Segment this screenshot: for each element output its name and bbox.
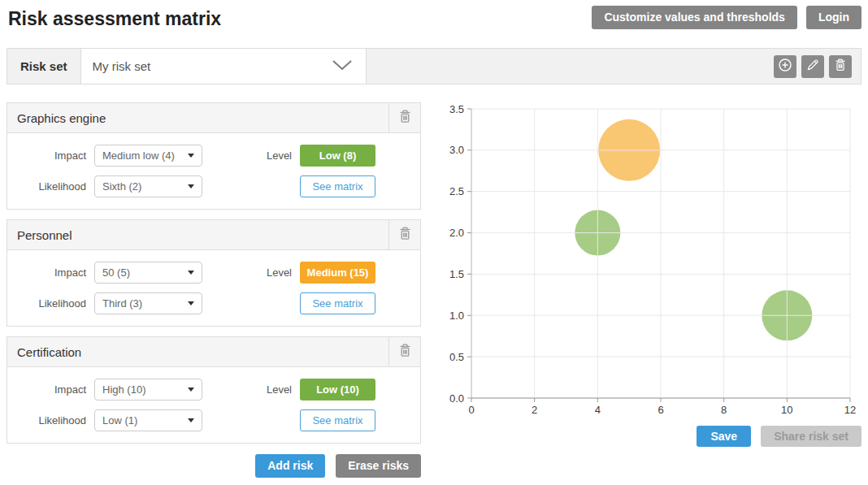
chart-actions: Save Share risk set [439, 426, 861, 447]
risk-list-actions: Add risk Erase risks [7, 454, 421, 478]
impact-select[interactable]: Medium low (4) [94, 145, 202, 167]
card-body: Impact 50 (5) Level Medium (15) Likeliho… [7, 250, 420, 326]
trash-icon [397, 109, 413, 127]
dropdown-caret-icon [188, 271, 194, 275]
share-risk-set-button[interactable]: Share risk set [761, 426, 861, 447]
see-matrix-button[interactable]: See matrix [300, 175, 375, 197]
impact-select[interactable]: 50 (5) [94, 262, 202, 284]
add-risk-button[interactable]: Add risk [255, 454, 325, 478]
svg-text:3.5: 3.5 [449, 103, 464, 115]
svg-text:0: 0 [468, 404, 474, 416]
page-header: Risk assessment matrix Customize values … [0, 0, 868, 30]
header-buttons: Customize values and thresholds Login [592, 6, 861, 29]
card-body: Impact High (10) Level Low (10) Likeliho… [7, 367, 420, 443]
save-button[interactable]: Save [697, 426, 751, 447]
customize-values-button[interactable]: Customize values and thresholds [592, 6, 797, 29]
svg-text:4: 4 [595, 404, 601, 416]
impact-selected-value: High (10) [102, 383, 145, 396]
svg-text:2.5: 2.5 [449, 185, 464, 197]
svg-text:10: 10 [781, 404, 792, 416]
impact-select[interactable]: High (10) [94, 379, 202, 401]
risk-set-bar: Risk set My risk set [7, 48, 861, 84]
dropdown-caret-icon [188, 418, 194, 422]
pencil-icon [805, 58, 820, 75]
level-badge: Medium (15) [300, 262, 375, 284]
svg-text:0.5: 0.5 [449, 351, 464, 363]
edit-risk-set-button[interactable] [801, 55, 824, 78]
risk-set-select[interactable]: My risk set [80, 49, 367, 84]
level-label: Level [267, 383, 292, 396]
card-header: Graphics engine [7, 103, 420, 133]
impact-label: Impact [7, 266, 86, 279]
level-label: Level [267, 266, 292, 279]
delete-risk-button[interactable] [388, 103, 420, 132]
risk-bubble-chart: 0246810120.00.51.01.52.02.53.03.5 [439, 102, 861, 421]
card-header: Certification [7, 337, 420, 367]
risk-name: Certification [7, 337, 388, 366]
chart-column: 0246810120.00.51.01.52.02.53.03.5 Save S… [439, 102, 861, 478]
impact-selected-value: 50 (5) [102, 266, 130, 279]
svg-text:12: 12 [844, 404, 856, 416]
likelihood-selected-value: Sixth (2) [102, 180, 141, 193]
dropdown-caret-icon [188, 301, 194, 305]
trash-icon [397, 226, 413, 244]
likelihood-selected-value: Third (3) [102, 297, 142, 310]
impact-selected-value: Medium low (4) [102, 149, 175, 162]
level-badge: Low (8) [300, 145, 375, 167]
see-matrix-button[interactable]: See matrix [300, 292, 375, 314]
likelihood-select[interactable]: Low (1) [94, 409, 202, 431]
risk-set-label: Risk set [7, 49, 80, 84]
svg-text:0.0: 0.0 [449, 392, 464, 405]
impact-label: Impact [7, 383, 86, 396]
dropdown-caret-icon [188, 388, 194, 392]
page-title: Risk assessment matrix [8, 8, 221, 30]
svg-text:1.5: 1.5 [449, 268, 464, 280]
card-body: Impact Medium low (4) Level Low (8) Like… [7, 133, 420, 209]
likelihood-selected-value: Low (1) [102, 414, 137, 427]
svg-text:1.0: 1.0 [449, 310, 464, 322]
add-circle-icon [778, 58, 792, 75]
likelihood-label: Likelihood [7, 297, 86, 310]
delete-risk-button[interactable] [388, 337, 420, 366]
impact-label: Impact [7, 149, 86, 162]
add-risk-set-button[interactable] [774, 55, 796, 78]
main-content: Graphics engine Impact [7, 102, 861, 478]
svg-text:2: 2 [532, 404, 537, 416]
trash-icon [397, 343, 413, 361]
svg-text:2.0: 2.0 [449, 227, 464, 239]
chevron-down-icon [330, 58, 354, 74]
see-matrix-button[interactable]: See matrix [300, 409, 375, 431]
likelihood-label: Likelihood [7, 180, 86, 193]
risk-name: Graphics engine [7, 103, 388, 132]
risk-list: Graphics engine Impact [7, 102, 421, 478]
login-button[interactable]: Login [806, 6, 861, 29]
delete-risk-button[interactable] [388, 220, 420, 249]
risk-name: Personnel [7, 220, 388, 249]
dropdown-caret-icon [188, 154, 194, 158]
svg-text:6: 6 [658, 404, 663, 416]
level-label: Level [267, 149, 292, 162]
risk-card-graphics-engine: Graphics engine Impact [7, 102, 421, 210]
dropdown-caret-icon [188, 184, 194, 188]
likelihood-select[interactable]: Sixth (2) [94, 175, 202, 197]
erase-risks-button[interactable]: Erase risks [336, 454, 421, 478]
delete-risk-set-button[interactable] [829, 55, 852, 78]
likelihood-label: Likelihood [7, 414, 86, 427]
likelihood-select[interactable]: Third (3) [94, 292, 202, 314]
svg-text:3.0: 3.0 [449, 144, 464, 156]
card-header: Personnel [7, 220, 420, 250]
risk-set-selected-value: My risk set [93, 59, 151, 73]
risk-card-personnel: Personnel Impact 5 [7, 219, 421, 327]
level-badge: Low (10) [300, 379, 375, 401]
trash-icon [833, 58, 848, 75]
risk-set-actions [774, 49, 861, 84]
svg-text:8: 8 [721, 404, 727, 416]
risk-card-certification: Certification Impact [7, 336, 421, 444]
